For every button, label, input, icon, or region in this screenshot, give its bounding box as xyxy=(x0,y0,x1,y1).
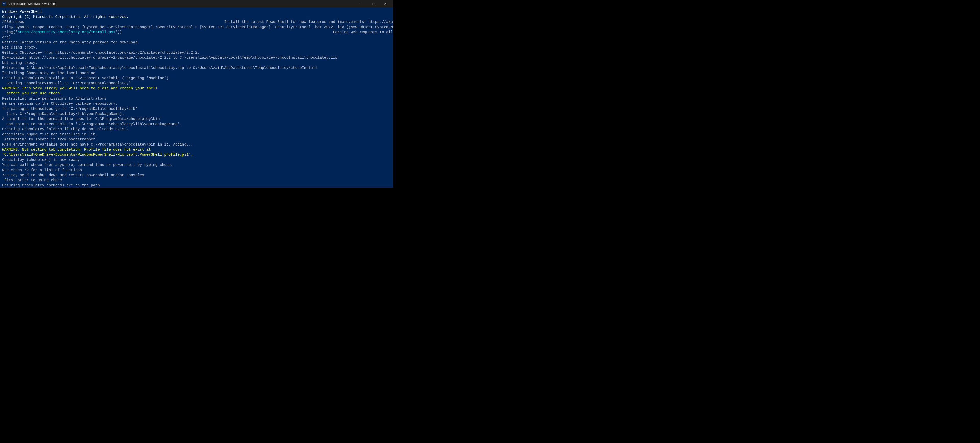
close-button[interactable]: ✕ xyxy=(379,0,391,8)
minimize-button[interactable]: − xyxy=(356,0,368,8)
terminal-line: and points to an executable in 'C:\Progr… xyxy=(2,121,391,127)
terminal-line: chocolatey.nupkg file not installed in l… xyxy=(2,132,391,137)
terminal-line: You can call choco from anywhere, comman… xyxy=(2,163,391,167)
terminal-line: Creating ChocolateyInstall as an environ… xyxy=(2,76,391,81)
terminal-line: A shim file for the command line goes to… xyxy=(2,116,391,121)
title-bar-left: PS Administrator: Windows PowerShell xyxy=(2,2,56,6)
maximize-button[interactable]: □ xyxy=(368,0,379,8)
terminal-line: org) xyxy=(2,35,391,40)
window-title: Administrator: Windows PowerShell xyxy=(8,2,56,6)
terminal-line: tring('https://community.chocolatey.org/… xyxy=(2,30,391,35)
terminal-line: Extracting C:\Users\zaid\AppData\Local\T… xyxy=(2,65,391,70)
terminal-line: We are setting up the Chocolatey package… xyxy=(2,101,391,106)
terminal-line: Copyright (C) Microsoft Corporation. All… xyxy=(2,14,391,19)
terminal-line: WARNING: Not setting tab completion: Pro… xyxy=(2,147,391,152)
terminal-line: Run choco /? for a list of functions. xyxy=(2,167,391,173)
powershell-window: PS Administrator: Windows PowerShell − □… xyxy=(0,0,393,188)
title-bar: PS Administrator: Windows PowerShell − □… xyxy=(0,0,393,8)
terminal-line: The packages themselves go to 'C:\Progra… xyxy=(2,106,391,112)
terminal-line: Not using proxy. xyxy=(2,45,391,50)
terminal-line: Creating Chocolatey folders if they do n… xyxy=(2,127,391,132)
terminal-line: WARNING: It's very likely you will need … xyxy=(2,86,391,91)
terminal-line: /PSWindows Install the latest PowerShell… xyxy=(2,19,391,24)
terminal-line: You may need to shut down and restart po… xyxy=(2,173,391,178)
terminal-line: Attempting to locate it from bootstrappe… xyxy=(2,137,391,142)
terminal-line: Installing Chocolatey on the local machi… xyxy=(2,70,391,76)
window-controls: − □ ✕ xyxy=(356,0,391,8)
terminal-line: Windows PowerShell xyxy=(2,9,391,14)
terminal-body[interactable]: Windows PowerShellCopyright (C) Microsof… xyxy=(0,8,393,188)
terminal-line: Chocolatey (choco.exe) is now ready. xyxy=(2,157,391,163)
terminal-line: Setting ChocolateyInstall to 'C:\Program… xyxy=(2,81,391,86)
terminal-line: 'C:\Users\zaid\OneDrive\Documents\Window… xyxy=(2,152,391,157)
terminal-line: Getting latest version of the Chocolatey… xyxy=(2,40,391,45)
terminal-line: first prior to using choco. xyxy=(2,178,391,183)
terminal-line: before you can use choco. xyxy=(2,91,391,96)
powershell-icon: PS xyxy=(2,2,6,6)
terminal-line: Getting Chocolatey from https://communit… xyxy=(2,50,391,55)
terminal-line: (i.e. C:\ProgramData\chocolatey\lib\your… xyxy=(2,112,391,116)
terminal-line: PATH environment variable does not have … xyxy=(2,142,391,147)
terminal-line: Ensuring Chocolatey commands are on the … xyxy=(2,183,391,188)
terminal-line: olicy Bypass -Scope Process -Force; [Sys… xyxy=(2,24,391,30)
svg-text:PS: PS xyxy=(3,3,5,5)
terminal-line: Not using proxy. xyxy=(2,60,391,65)
terminal-line: Restricting write permissions to Adminis… xyxy=(2,96,391,101)
terminal-line: Downloading https://community.chocolatey… xyxy=(2,55,391,60)
